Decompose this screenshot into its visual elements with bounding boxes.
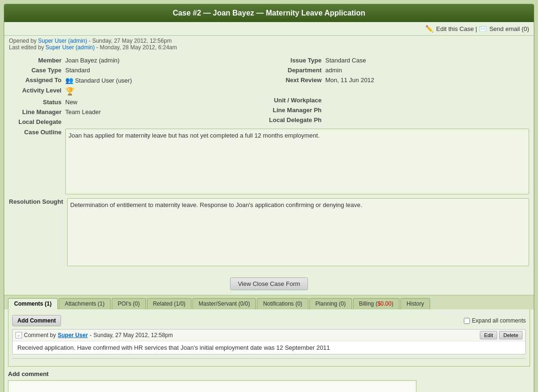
edited-by-line: Last edited by Super User (admin) - Mond…	[9, 44, 529, 51]
tab-related[interactable]: Related (1/0)	[147, 298, 192, 309]
details-grid: Member Joan Bayez (admin) Case Type Stan…	[9, 55, 529, 268]
view-close-case-form-button[interactable]: View Close Case Form	[230, 277, 308, 290]
issue-type-value: Standard Case	[325, 57, 366, 64]
resolution-sought-label: Resolution Sought	[9, 198, 67, 205]
department-label: Department	[269, 67, 325, 74]
comment-user-link[interactable]: Super User	[58, 332, 88, 338]
unit-workplace-row: Unit / Workplace	[269, 95, 529, 105]
activity-level-row: Activity Level 🏆	[9, 85, 269, 97]
send-email-link[interactable]: Send email (0)	[489, 25, 529, 32]
comment-header-left: - Comment by Super User - Sunday, 27 May…	[15, 332, 173, 338]
add-comment-label: Add comment	[8, 370, 530, 377]
tab-billing[interactable]: Billing ($0.00)	[353, 298, 400, 309]
meta-info: Opened by Super User (admin) - Sunday, 2…	[4, 36, 534, 54]
comment-block: - Comment by Super User - Sunday, 27 May…	[12, 329, 526, 354]
member-value: Joan Bayez (admin)	[65, 57, 120, 64]
activity-level-label: Activity Level	[9, 87, 65, 94]
line-manager-value: Team Leader	[65, 108, 101, 115]
expand-all-label: Expand all comments	[472, 317, 526, 324]
tab-toolbar: Add Comment Expand all comments	[12, 313, 526, 329]
page-title: Case #2 — Joan Bayez — Maternity Leave A…	[4, 4, 534, 22]
opened-by-user-link[interactable]: Super User (admin)	[38, 38, 87, 44]
assigned-to-value: 👥 Standard User (user)	[65, 77, 132, 84]
edit-case-link[interactable]: Edit this Case	[436, 25, 474, 32]
spacer-row	[269, 85, 529, 95]
status-row: Status New	[9, 97, 269, 107]
local-delegate-label: Local Delegate	[9, 118, 65, 125]
comment-actions: Edit Delete	[480, 331, 523, 339]
comment-timestamp-separator: -	[90, 332, 92, 338]
member-row: Member Joan Bayez (admin)	[9, 55, 269, 65]
email-icon: ✉️	[479, 25, 487, 32]
resolution-sought-row: Resolution Sought Determination of entit…	[9, 196, 529, 268]
close-case-section: View Close Case Form	[4, 273, 534, 295]
status-label: Status	[9, 99, 65, 106]
main-panel: Case #2 — Joan Bayez — Maternity Leave A…	[4, 4, 534, 392]
next-review-row: Next Review Mon, 11 Jun 2012	[269, 75, 529, 85]
right-col: Issue Type Standard Case Department admi…	[269, 55, 529, 127]
activity-level-icon: 🏆	[65, 87, 75, 96]
tab-pois[interactable]: POI's (0)	[112, 298, 146, 309]
issue-type-row: Issue Type Standard Case	[269, 55, 529, 65]
case-outline-row: Case Outline Joan has applied for matern…	[9, 127, 529, 196]
comment-header: - Comment by Super User - Sunday, 27 May…	[13, 330, 525, 341]
opened-by-line: Opened by Super User (admin) - Sunday, 2…	[9, 38, 529, 44]
divider	[12, 358, 526, 359]
line-manager-label: Line Manager	[9, 108, 65, 115]
case-details: Member Joan Bayez (admin) Case Type Stan…	[4, 54, 534, 273]
tabs-bar: Comments (1)Attachments (1)POI's (0)Rela…	[4, 295, 534, 309]
case-outline-value: Joan has applied for maternity leave but…	[65, 129, 529, 194]
tab-history[interactable]: History	[400, 298, 430, 309]
unit-workplace-label: Unit / Workplace	[269, 97, 325, 104]
tab-master_servant[interactable]: Master/Servant (0/0)	[192, 298, 256, 309]
line-manager-ph-row: Line Manager Ph	[269, 105, 529, 115]
outer-container: Case #2 — Joan Bayez — Maternity Leave A…	[0, 0, 538, 392]
case-type-row: Case Type Standard	[9, 65, 269, 75]
comment-toggle[interactable]: -	[15, 332, 22, 338]
assigned-to-row: Assigned To 👥 Standard User (user)	[9, 75, 269, 85]
add-comment-textarea[interactable]	[8, 380, 416, 392]
tab-attachments[interactable]: Attachments (1)	[59, 298, 111, 309]
case-outline-label: Case Outline	[9, 129, 65, 136]
local-delegate-ph-label: Local Delegate Ph	[269, 116, 325, 123]
line-manager-row: Line Manager Team Leader	[9, 107, 269, 117]
tab-comments[interactable]: Comments (1)	[8, 298, 58, 309]
comment-body: Received application. Have confirmed wit…	[13, 341, 525, 354]
tab-content: Add Comment Expand all comments - Commen…	[8, 309, 530, 367]
comment-edit-button[interactable]: Edit	[480, 331, 497, 339]
action-bar: ✏️ Edit this Case | ✉️ Send email (0)	[4, 22, 534, 36]
comment-by-prefix: Comment by	[24, 332, 56, 338]
department-row: Department admin	[269, 65, 529, 75]
tab-planning[interactable]: Planning (0)	[309, 298, 352, 309]
separator: |	[476, 25, 479, 32]
users-icon: 👥	[65, 77, 73, 84]
comment-delete-button[interactable]: Delete	[499, 331, 523, 339]
comment-timestamp: Sunday, 27 May 2012, 12:58pm	[93, 332, 173, 338]
case-type-value: Standard	[65, 67, 90, 74]
local-delegate-ph-row: Local Delegate Ph	[269, 115, 529, 125]
department-value: admin	[325, 67, 342, 74]
local-delegate-row: Local Delegate	[9, 117, 269, 127]
assigned-to-label: Assigned To	[9, 77, 65, 84]
expand-all-section: Expand all comments	[464, 317, 526, 324]
left-col: Member Joan Bayez (admin) Case Type Stan…	[9, 55, 269, 127]
add-comment-section: Add comment	[4, 367, 534, 392]
edited-by-user-link[interactable]: Super User (admin)	[46, 44, 95, 51]
line-manager-ph-label: Line Manager Ph	[269, 107, 325, 114]
resolution-sought-value: Determination of entitlement to maternit…	[67, 198, 529, 266]
add-comment-button[interactable]: Add Comment	[12, 315, 61, 326]
status-value: New	[65, 99, 77, 106]
tab-notifications[interactable]: Notifications (0)	[257, 298, 308, 309]
case-type-label: Case Type	[9, 67, 65, 74]
issue-type-label: Issue Type	[269, 57, 325, 64]
edit-icon: ✏️	[425, 25, 433, 32]
next-review-label: Next Review	[269, 77, 325, 84]
next-review-value: Mon, 11 Jun 2012	[325, 77, 374, 84]
expand-all-checkbox[interactable]	[464, 318, 470, 324]
member-label: Member	[9, 57, 65, 64]
